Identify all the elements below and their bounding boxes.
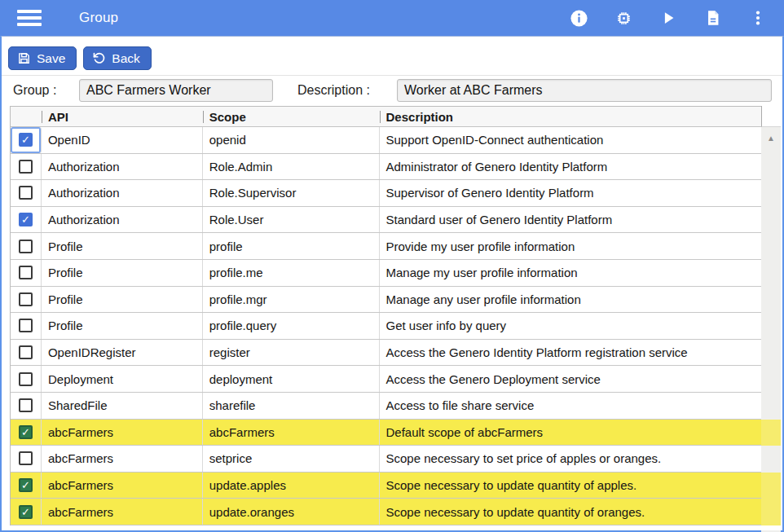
toolbar: Save Back — [8, 46, 152, 70]
bottom-strip — [2, 525, 782, 530]
row-checkbox-cell[interactable] — [11, 233, 42, 259]
scope-checkbox[interactable] — [19, 372, 33, 386]
scope-cell: abcFarmers — [203, 420, 380, 446]
row-checkbox-cell[interactable] — [11, 366, 42, 392]
scope-checkbox[interactable] — [19, 160, 33, 174]
description-cell: Get user info by query — [380, 313, 761, 339]
vertical-scrollbar[interactable]: ▲ — [761, 106, 781, 532]
description-cell: Administrator of Genero Identity Platfor… — [380, 154, 761, 180]
scrollbar-highlight-patch — [761, 420, 781, 446]
table-row[interactable]: DeploymentdeploymentAccess the Genero De… — [11, 366, 761, 393]
save-button-label: Save — [37, 51, 65, 66]
api-cell: abcFarmers — [42, 473, 203, 499]
row-checkbox-cell[interactable] — [11, 340, 42, 366]
scroll-up-arrow-icon[interactable]: ▲ — [761, 132, 781, 145]
scope-checkbox[interactable] — [19, 478, 33, 492]
kebab-menu-icon[interactable] — [748, 8, 768, 28]
row-checkbox-cell[interactable] — [11, 473, 42, 499]
row-checkbox-cell[interactable] — [11, 207, 42, 233]
table-row[interactable]: Profileprofile.queryGet user info by que… — [11, 313, 761, 340]
table-row[interactable]: abcFarmersabcFarmersDefault scope of abc… — [11, 420, 761, 446]
description-cell: Manage any user profile information — [380, 287, 761, 313]
api-cell: Authorization — [42, 180, 203, 206]
group-form-window: Save Back Group : ABC Farmers Worker Des… — [0, 36, 784, 532]
scope-checkbox[interactable] — [19, 133, 33, 147]
info-icon[interactable] — [569, 8, 588, 28]
api-cell: Authorization — [42, 154, 203, 180]
description-cell: Provide my user profile information — [380, 233, 761, 259]
scope-cell: profile.query — [203, 313, 380, 339]
scope-checkbox[interactable] — [19, 292, 33, 306]
scope-cell: profile.me — [203, 260, 380, 286]
table-row[interactable]: OpenIDRegisterregisterAccess the Genero … — [11, 340, 761, 367]
row-checkbox-cell[interactable] — [11, 393, 42, 419]
table-row[interactable]: abcFarmersupdate.applesScope necessary t… — [11, 473, 761, 499]
row-checkbox-cell[interactable] — [11, 446, 42, 472]
api-cell: abcFarmers — [42, 446, 203, 472]
scope-cell: update.apples — [203, 473, 380, 499]
scope-cell: update.oranges — [203, 499, 380, 525]
api-cell: Profile — [42, 287, 203, 313]
description-cell: Default scope of abcFarmers — [380, 420, 761, 446]
description-cell: Access the Genero Identity Platform regi… — [380, 340, 761, 366]
description-cell: Manage my user profile information — [380, 260, 761, 286]
column-header-description[interactable]: Description — [380, 107, 761, 126]
table-row[interactable]: ProfileprofileProvide my user profile in… — [11, 233, 761, 260]
scope-checkbox[interactable] — [19, 345, 33, 359]
document-icon[interactable] — [703, 8, 723, 28]
table-row[interactable]: abcFarmerssetpriceScope necessary to set… — [11, 446, 761, 473]
table-row[interactable]: Profileprofile.mgrManage any user profil… — [11, 287, 761, 314]
back-button-label: Back — [112, 51, 139, 66]
table-row[interactable]: SharedFilesharefileAccess to file share … — [11, 393, 761, 420]
scope-checkbox[interactable] — [19, 398, 33, 412]
scope-checkbox[interactable] — [19, 425, 33, 439]
scrollbar-highlight-patch — [761, 499, 781, 525]
table-row[interactable]: abcFarmersupdate.orangesScope necessary … — [11, 499, 761, 525]
play-icon[interactable] — [658, 8, 678, 28]
api-cell: OpenIDRegister — [42, 340, 203, 366]
table-row[interactable]: AuthorizationRole.UserStandard user of G… — [11, 207, 761, 234]
api-cell: Profile — [42, 260, 203, 286]
description-cell: Support OpenID-Connect authentication — [380, 127, 761, 153]
scope-checkbox[interactable] — [19, 240, 33, 253]
row-checkbox-cell[interactable] — [11, 260, 42, 286]
row-checkbox-cell[interactable] — [11, 127, 42, 153]
chip-icon[interactable] — [614, 8, 633, 28]
group-input-value: ABC Farmers Worker — [86, 83, 211, 98]
description-cell: Supervisor of Genero Identity Platform — [380, 180, 761, 206]
back-icon — [92, 51, 106, 65]
hamburger-menu-icon[interactable] — [17, 10, 42, 26]
group-input[interactable]: ABC Farmers Worker — [79, 79, 273, 102]
description-cell: Access the Genero Deployment service — [380, 366, 761, 392]
row-checkbox-cell[interactable] — [11, 313, 42, 339]
scopes-table: API Scope Description OpenIDopenidSuppor… — [10, 106, 761, 525]
row-checkbox-cell[interactable] — [11, 287, 42, 313]
table-row[interactable]: OpenIDopenidSupport OpenID-Connect authe… — [11, 127, 761, 154]
save-button[interactable]: Save — [8, 46, 77, 70]
column-header-api[interactable]: API — [42, 107, 203, 126]
table-row[interactable]: AuthorizationRole.AdminAdministrator of … — [11, 154, 761, 181]
scope-checkbox[interactable] — [19, 505, 33, 519]
row-checkbox-cell[interactable] — [11, 420, 42, 446]
column-header-scope[interactable]: Scope — [203, 107, 380, 126]
save-icon — [17, 51, 31, 65]
scope-checkbox[interactable] — [19, 451, 33, 465]
row-checkbox-cell[interactable] — [11, 180, 42, 206]
scope-checkbox[interactable] — [19, 213, 33, 226]
scrollbar-track[interactable] — [761, 127, 781, 525]
row-checkbox-cell[interactable] — [11, 499, 42, 525]
scope-cell: Role.Admin — [203, 154, 380, 180]
api-cell: abcFarmers — [42, 499, 203, 525]
scope-checkbox[interactable] — [19, 266, 33, 279]
back-button[interactable]: Back — [83, 46, 151, 70]
scope-checkbox[interactable] — [19, 186, 33, 200]
page-title: Group — [79, 10, 118, 26]
description-cell: Scope necessary to set price of apples o… — [380, 446, 761, 472]
row-checkbox-cell[interactable] — [11, 154, 42, 180]
scope-checkbox[interactable] — [19, 319, 33, 332]
api-cell: Deployment — [42, 366, 203, 392]
table-row[interactable]: Profileprofile.meManage my user profile … — [11, 260, 761, 287]
scope-cell: deployment — [203, 366, 380, 392]
description-input[interactable]: Worker at ABC Farmers — [397, 79, 772, 102]
table-row[interactable]: AuthorizationRole.SupervisorSupervisor o… — [11, 180, 761, 207]
